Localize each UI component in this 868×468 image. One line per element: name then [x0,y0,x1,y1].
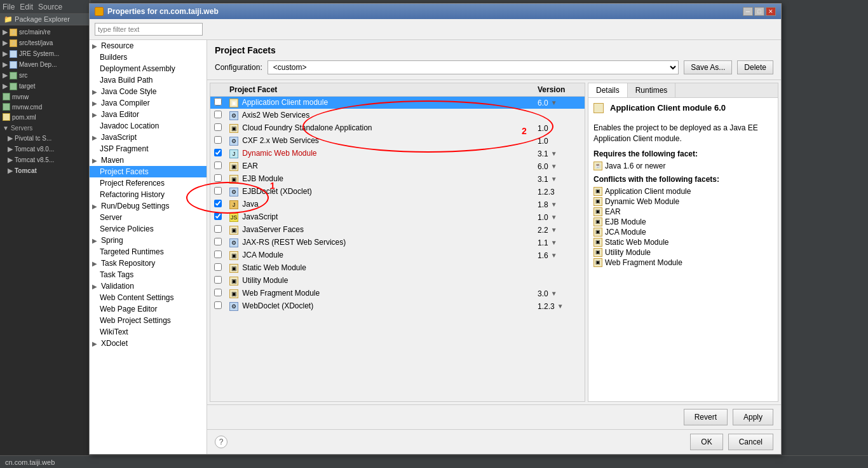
version-dropdown[interactable]: ▼ [551,252,557,259]
facet-check-jsf[interactable] [214,225,222,233]
nav-run-debug[interactable]: ▶ Run/Debug Settings [90,200,207,212]
facet-check-cloud-foundry[interactable] [214,123,222,131]
nav-targeted-runtimes[interactable]: Targeted Runtimes [90,246,207,258]
nav-validation[interactable]: ▶ Validation [90,280,207,292]
cancel-button[interactable]: Cancel [728,434,773,450]
nav-builders[interactable]: Builders [90,52,207,63]
nav-javadoc-location[interactable]: Javadoc Location [90,120,207,132]
nav-project-references[interactable]: Project References [90,177,207,189]
facet-check-ejbdoclet[interactable] [214,187,222,195]
version-dropdown[interactable]: ▼ [551,163,557,170]
version-dropdown[interactable]: ▼ [551,176,557,182]
version-dropdown[interactable]: ▼ [551,226,557,233]
version-dropdown[interactable]: ▼ [551,99,557,106]
ide-tree-item[interactable]: ▶ J src/test/java [3,38,87,48]
nav-wikitext[interactable]: WikiText [90,326,207,338]
ide-tree-item[interactable]: ▶ src [3,70,87,81]
ide-server-item[interactable]: ▶ Tomcat v8.0... [3,144,87,155]
facet-row-jax-rs[interactable]: ⚙ JAX-RS (REST Web Services) 1.1 ▼ [210,237,585,249]
facet-row-cxf[interactable]: ⚙ CXF 2.x Web Services 1.0 [210,135,585,148]
facet-row-cloud-foundry[interactable]: ▣ Cloud Foundry Standalone Application 1… [210,122,585,135]
nav-web-project-settings[interactable]: Web Project Settings [90,315,207,326]
facet-check-dynamic-web[interactable] [214,149,222,156]
facet-check-jca[interactable] [214,251,222,258]
version-dropdown[interactable]: ▼ [551,290,557,297]
config-select[interactable]: <custom> [268,60,679,74]
nav-deployment-assembly[interactable]: Deployment Assembly [90,63,207,74]
facet-row-web-fragment[interactable]: ▣ Web Fragment Module 3.0 ▼ [210,287,585,300]
nav-resource[interactable]: ▶ Resource [90,40,207,52]
ide-server-item[interactable]: ▶ Pivotal tc S... [3,133,87,144]
facet-check-cxf[interactable] [214,136,222,144]
nav-task-repository[interactable]: ▶ Task Repository [90,258,207,269]
ide-tree-item[interactable]: pom.xml [3,112,87,122]
menu-source[interactable]: Source [38,3,62,11]
ide-server-item[interactable]: ▶ Tomcat v8.5... [3,155,87,165]
delete-button[interactable]: Delete [737,60,773,74]
maximize-btn[interactable]: □ [754,7,764,16]
facet-row-app-client[interactable]: ▣ Application Client module 6.0 ▼ [210,97,585,109]
facet-row-javascript[interactable]: JS JavaScript 1.0 ▼ [210,211,585,224]
facet-check-utility[interactable] [214,276,222,284]
ide-tree-item[interactable]: ▶ target [3,81,87,92]
facet-check-ear[interactable] [214,162,222,169]
version-dropdown[interactable]: ▼ [551,201,557,208]
facet-row-ejbdoclet[interactable]: ⚙ EJBDoclet (XDoclet) 1.2.3 [210,186,585,198]
ide-tree-item[interactable]: ▶ Maven Dep... [3,59,87,70]
facet-row-dynamic-web[interactable]: J Dynamic Web Module 3.1 ▼ [210,148,585,160]
nav-maven[interactable]: ▶ Maven [90,155,207,166]
facet-check-webdoclet[interactable] [214,301,222,309]
nav-jsp-fragment[interactable]: JSP Fragment [90,143,207,155]
revert-button[interactable]: Revert [684,409,728,425]
nav-task-tags[interactable]: Task Tags [90,269,207,280]
version-dropdown[interactable]: ▼ [551,150,557,157]
nav-server[interactable]: Server [90,212,207,223]
facet-row-ear[interactable]: ▣ EAR 6.0 ▼ [210,160,585,173]
facet-row-jca[interactable]: ▣ JCA Module 1.6 ▼ [210,249,585,262]
nav-xdoclet[interactable]: ▶ XDoclet [90,338,207,349]
help-button[interactable]: ? [215,436,227,448]
tab-details[interactable]: Details [588,83,628,97]
facet-check-java[interactable] [214,200,222,207]
facet-check-javascript[interactable] [214,212,222,220]
nav-java-code-style[interactable]: ▶ Java Code Style [90,86,207,97]
ide-tree-item[interactable]: mvnw [3,92,87,102]
facet-check-static-web[interactable] [214,263,222,271]
nav-refactoring-history[interactable]: Refactoring History [90,189,207,200]
version-dropdown[interactable]: ▼ [551,239,557,246]
nav-javascript[interactable]: ▶ JavaScript [90,132,207,143]
nav-java-compiler[interactable]: ▶ Java Compiler [90,97,207,109]
ide-tree-item[interactable]: ▶ J src/main/re [3,27,87,38]
minimize-btn[interactable]: ─ [743,7,753,16]
ide-server-item[interactable]: ▶ Tomcat [3,165,87,176]
ok-button[interactable]: OK [690,434,722,450]
version-dropdown[interactable]: ▼ [551,214,557,221]
nav-web-content-settings[interactable]: Web Content Settings [90,292,207,303]
facet-row-static-web[interactable]: ▣ Static Web Module [210,262,585,275]
facet-check-web-fragment[interactable] [214,289,222,296]
close-btn[interactable]: ✕ [766,7,776,16]
filter-input[interactable] [95,23,203,36]
nav-java-editor[interactable]: ▶ Java Editor [90,109,207,120]
facet-row-axis2[interactable]: ⚙ Axis2 Web Services [210,109,585,122]
tab-runtimes[interactable]: Runtimes [628,83,676,97]
version-dropdown[interactable]: ▼ [557,303,564,310]
facet-check-jax-rs[interactable] [214,238,222,245]
facet-check-app-client[interactable] [214,98,222,106]
facet-row-jsf[interactable]: ▣ JavaServer Faces 2.2 ▼ [210,224,585,237]
menu-edit[interactable]: Edit [20,3,33,11]
nav-project-facets[interactable]: Project Facets [90,166,207,177]
facet-row-webdoclet[interactable]: ⚙ WebDoclet (XDoclet) 1.2.3 ▼ [210,300,585,313]
facet-check-axis2[interactable] [214,111,222,118]
ide-tree-item[interactable]: ▶ JRE System... [3,48,87,59]
nav-spring[interactable]: ▶ Spring [90,235,207,246]
nav-java-build-path[interactable]: Java Build Path [90,74,207,86]
ide-tree-item[interactable]: mvnw.cmd [3,102,87,112]
nav-service-policies[interactable]: Service Policies [90,223,207,235]
menu-file[interactable]: File [3,3,15,11]
facet-row-utility[interactable]: ▣ Utility Module [210,275,585,287]
facet-row-java[interactable]: J Java 1.8 ▼ [210,198,585,211]
facet-check-ejb[interactable] [214,174,222,182]
nav-web-page-editor[interactable]: Web Page Editor [90,303,207,315]
facet-row-ejb[interactable]: ▣ EJB Module 3.1 ▼ [210,173,585,186]
